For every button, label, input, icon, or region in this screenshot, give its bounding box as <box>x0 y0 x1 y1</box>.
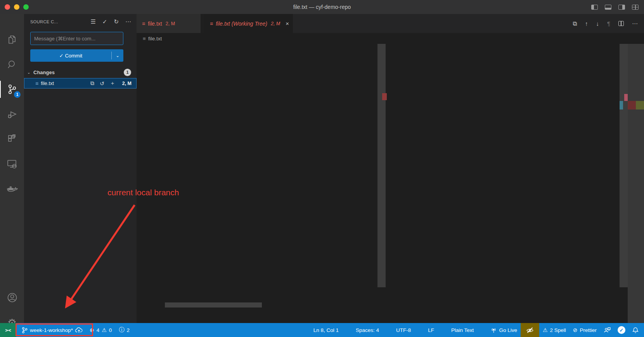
more-actions-icon[interactable]: ⋯ <box>125 18 131 25</box>
customize-layout-icon[interactable] <box>632 5 639 10</box>
statusbar-problems[interactable]: ⊗ 4 ⚠ 0 <box>86 323 115 337</box>
slash-circle-icon: ⊘ <box>573 327 578 333</box>
scm-file-name: file.txt <box>41 80 54 86</box>
account-icon <box>7 292 18 303</box>
sidebar-item-search[interactable] <box>0 54 24 75</box>
branch-name: week-1-workshop* <box>30 327 73 333</box>
statusbar-branch[interactable]: week-1-workshop* <box>16 323 86 337</box>
commit-check-icon[interactable]: ✓ <box>102 18 107 25</box>
overview-ruler-added-mark <box>636 101 644 109</box>
cloud-upload-icon <box>75 327 83 333</box>
go-live-label: Go Live <box>499 327 517 333</box>
more-actions-icon[interactable]: ⋯ <box>632 20 638 27</box>
right-scrollbar[interactable] <box>620 44 628 287</box>
scm-file-status: 2, M <box>122 81 132 86</box>
diff-editor[interactable] <box>137 44 644 323</box>
split-editor-icon[interactable] <box>618 21 624 26</box>
changes-count-badge: 1 <box>124 69 131 76</box>
statusbar-notifications[interactable] <box>629 323 644 337</box>
sidebar-item-accounts[interactable] <box>0 287 24 308</box>
check-icon: ✓ <box>59 53 64 59</box>
stage-changes-icon[interactable]: ＋ <box>110 80 115 87</box>
view-as-tree-icon[interactable]: ☰ <box>90 18 95 25</box>
commit-button[interactable]: ✓ Commit ⌄ <box>30 49 123 62</box>
sidebar-item-run-debug[interactable] <box>0 103 24 125</box>
remote-indicator[interactable]: >< <box>0 323 16 337</box>
sidebar-item-extensions[interactable] <box>0 128 24 150</box>
statusbar-info[interactable]: ⓘ 2 <box>115 323 133 337</box>
eye-off-icon <box>526 327 534 334</box>
overview-deleted-mark <box>624 94 628 101</box>
diff-original-pane[interactable] <box>137 44 387 323</box>
breadcrumb[interactable]: ≡ file.txt <box>137 33 644 44</box>
warning-icon: ⚠ <box>102 327 107 333</box>
tab-modified-status: 2, M <box>271 21 280 26</box>
panel-title: SOURCE C... <box>30 19 58 24</box>
statusbar-encoding[interactable]: UTF-8 <box>393 323 414 337</box>
discard-changes-icon[interactable]: ↺ <box>100 80 104 87</box>
breadcrumb-file: file.txt <box>148 36 162 42</box>
source-control-panel: SOURCE C... ☰ ✓ ↻ ⋯ ✓ Commit ⌄ ⌄ Changes… <box>24 14 137 323</box>
refresh-icon[interactable]: ↻ <box>114 18 119 25</box>
warning-count: 0 <box>109 327 112 333</box>
window-title: file.txt — cyf-demo-repo <box>0 4 644 10</box>
changes-label: Changes <box>33 69 55 75</box>
statusbar-indentation[interactable]: Spaces: 4 <box>352 323 383 337</box>
status-bar: >< week-1-workshop* ⊗ 4 ⚠ 0 ⓘ 2 Ln 8, Co… <box>0 323 644 337</box>
left-scrollbar[interactable] <box>377 44 386 287</box>
feedback-icon <box>604 327 611 333</box>
error-icon: ⊗ <box>90 327 94 333</box>
diff-overview-ruler <box>628 44 644 323</box>
horizontal-scrollbar[interactable] <box>165 302 262 307</box>
chevron-down-icon: ⌄ <box>27 70 33 75</box>
scm-file-row[interactable]: ≡ file.txt ⧉ ↺ ＋ 2, M <box>24 78 137 89</box>
statusbar-spell[interactable]: ⚠ 2 Spell <box>539 323 570 337</box>
overview-cursor-mark <box>620 101 623 109</box>
editor-tab-bar: ≡ file.txt 2, M ≡ file.txt (Working Tree… <box>137 14 644 33</box>
toggle-primary-sidebar-icon[interactable] <box>591 5 598 10</box>
diff-modified-pane[interactable] <box>387 44 644 323</box>
git-branch-icon <box>22 327 28 334</box>
sidebar-item-explorer[interactable] <box>0 29 24 50</box>
next-change-icon[interactable]: ↓ <box>596 20 599 27</box>
statusbar-feedback[interactable] <box>600 323 614 337</box>
tab-file-txt-working-tree[interactable]: ≡ file.txt (Working Tree) 2, M × <box>204 14 293 33</box>
open-changes-icon[interactable]: ⧉ <box>573 20 577 27</box>
tab-label: file.txt <box>148 21 162 27</box>
broadcast-icon <box>491 327 497 333</box>
commit-button-label: Commit <box>65 53 82 59</box>
statusbar-status-ok[interactable]: ✓ <box>614 323 629 337</box>
previous-change-icon[interactable]: ↑ <box>585 20 588 27</box>
remote-explorer-icon <box>6 158 18 170</box>
whitespace-icon[interactable]: ¶ <box>607 20 610 27</box>
tab-modified-status: 2, M <box>166 21 175 26</box>
check-circle-icon: ✓ <box>618 326 625 334</box>
close-icon[interactable]: × <box>286 20 289 27</box>
tab-file-txt[interactable]: ≡ file.txt 2, M <box>137 14 204 33</box>
commit-message-input[interactable] <box>30 32 123 45</box>
sidebar-item-docker[interactable] <box>0 179 24 200</box>
file-icon: ≡ <box>143 36 146 42</box>
open-file-icon[interactable]: ⧉ <box>90 80 94 87</box>
sidebar-item-source-control[interactable]: 1 <box>0 78 24 100</box>
prettier-label: Prettier <box>580 327 597 333</box>
scm-badge: 1 <box>14 91 21 98</box>
statusbar-go-live[interactable]: Go Live <box>487 323 521 337</box>
tab-label: file.txt (Working Tree) <box>216 21 267 27</box>
file-icon: ≡ <box>210 21 213 27</box>
statusbar-language-mode[interactable]: Plain Text <box>448 323 477 337</box>
files-icon <box>7 34 17 45</box>
statusbar-prettier[interactable]: ⊘ Prettier <box>570 323 600 337</box>
info-count: 2 <box>126 327 130 333</box>
commit-dropdown-chevron-icon[interactable]: ⌄ <box>112 53 123 58</box>
run-debug-icon <box>7 109 17 120</box>
statusbar-eol[interactable]: LF <box>424 323 438 337</box>
changes-section-header[interactable]: ⌄ Changes 1 <box>24 67 137 77</box>
sidebar-item-remote-explorer[interactable] <box>0 153 24 175</box>
statusbar-eye-off[interactable] <box>521 323 539 337</box>
statusbar-cursor-position[interactable]: Ln 8, Col 1 <box>310 323 342 337</box>
spell-label: 2 Spell <box>550 327 566 333</box>
activity-bar: 1 ⚙ 1 <box>0 14 24 323</box>
toggle-secondary-sidebar-icon[interactable] <box>618 5 625 10</box>
toggle-panel-icon[interactable] <box>605 5 611 10</box>
